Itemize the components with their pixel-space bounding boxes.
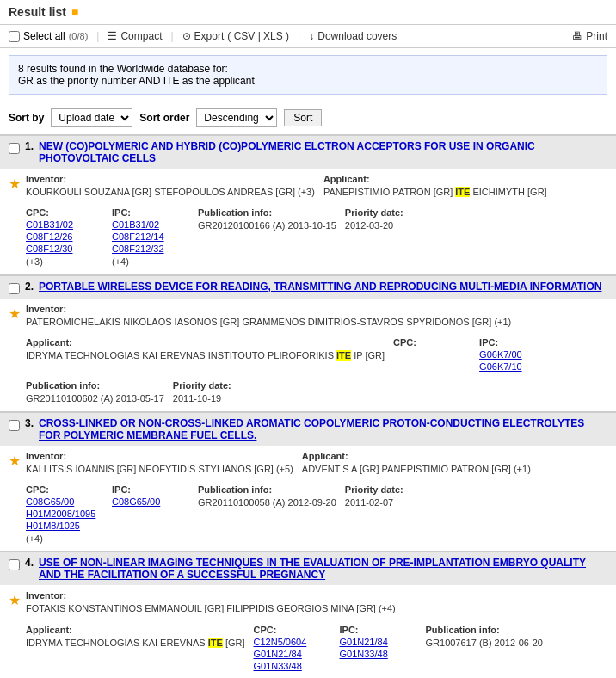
inventor-value: PATEROMICHELAKIS NIKOLAOS IASONOS [GR] G… (26, 316, 511, 329)
cpc-label: CPC: (393, 337, 471, 348)
select-all-checkbox[interactable] (9, 31, 20, 42)
info-line1: 8 results found in the Worldwide databas… (18, 63, 598, 75)
inventor-label: Inventor: (26, 590, 396, 601)
cpc-link[interactable]: G01N33/48 (254, 661, 331, 671)
ipc-more: (+4) (112, 256, 189, 268)
cpc-link[interactable]: H01M2008/1095 (26, 508, 103, 519)
result-title[interactable]: USE OF NON-LINEAR IMAGING TECHNIQUES IN … (39, 557, 607, 581)
result-title[interactable]: CROSS-LINKED OR NON-CROSS-LINKED AROMATI… (39, 417, 607, 441)
ipc-label: IPC: (479, 337, 557, 348)
ipc-link[interactable]: C08F212/32 (112, 243, 189, 254)
select-all-text: Select all (23, 30, 65, 42)
divider1: | (96, 30, 99, 42)
ipc-link[interactable]: C01B31/02 (112, 219, 189, 230)
priority-value: 2011-02-07 (345, 496, 422, 509)
pub-col: Publication info:GR20110100058 (A) 2012-… (198, 484, 336, 545)
cpc-link[interactable]: C01B31/02 (26, 219, 103, 230)
pub-col: Publication info:GR20110100602 (A) 2013-… (26, 380, 164, 405)
priority-value: 2012-03-20 (345, 219, 422, 232)
cpc-label: CPC: (26, 484, 103, 495)
cpc-link[interactable]: G01N21/84 (254, 649, 331, 659)
ipc-col: IPC:C08G65/00 (112, 484, 189, 545)
pub-value: GR20120100166 (A) 2013-10-15 (198, 219, 336, 232)
priority-col: Priority date:2011-02-07 (345, 484, 422, 545)
select-all-label[interactable]: Select all (0/8) (9, 30, 88, 42)
applicant-label: Applicant: (26, 625, 245, 635)
pub-value: GR1007617 (B) 2012-06-20 (426, 637, 543, 650)
inventor-label: Inventor: (26, 304, 511, 314)
result-title[interactable]: NEW (CO)POLYMERIC AND HYBRID (CO)POLYMER… (39, 140, 607, 164)
cpc-link[interactable]: H01M8/1025 (26, 521, 103, 531)
ipc-link[interactable]: G01N21/84 (340, 637, 417, 647)
download-covers-button[interactable]: ↓ Download covers (309, 30, 397, 42)
sort-order-select[interactable]: Descending (196, 108, 277, 127)
cpc-link[interactable]: C08G65/00 (26, 496, 103, 507)
pub-value: GR20110100602 (A) 2013-05-17 (26, 392, 164, 405)
cpc-label: CPC: (26, 207, 103, 218)
cpc-more: (+4) (26, 533, 103, 545)
sort-field-select[interactable]: Upload date (51, 108, 132, 127)
ipc-link[interactable]: G01N33/48 (340, 649, 417, 659)
result-fields: Inventor:KOURKOULI SOUZANA [GR] STEFOPOU… (26, 174, 607, 269)
cpc-col: CPC:C08G65/00H01M2008/1095H01M8/1025(+4) (26, 484, 103, 545)
ipc-link[interactable]: G06K7/10 (479, 361, 557, 372)
result-checkbox[interactable] (9, 283, 20, 294)
result-number: 1. (25, 140, 34, 152)
page-title: Result list (9, 5, 66, 19)
result-body: ★Inventor:KALLITSIS IOANNIS [GR] NEOFYTI… (0, 446, 616, 552)
ipc-link[interactable]: C08G65/00 (112, 496, 189, 507)
star-icon[interactable]: ★ (9, 176, 21, 192)
toolbar: Select all (0/8) | ☰ Compact | ⊙ Export … (0, 25, 616, 48)
result-header: 2.PORTABLE WIRELESS DEVICE FOR READING, … (0, 276, 616, 299)
applicant-label: Applicant: (26, 337, 385, 348)
export-formats: ( CSV | XLS ) (227, 30, 289, 42)
divider3: | (298, 30, 300, 42)
sort-by-label: Sort by (9, 112, 44, 124)
ipc-label: IPC: (112, 484, 189, 495)
cpc-link[interactable]: C08F12/26 (26, 231, 103, 242)
result-item: 3.CROSS-LINKED OR NON-CROSS-LINKED AROMA… (0, 411, 616, 552)
info-box: 8 results found in the Worldwide databas… (9, 55, 607, 95)
inventor-label: Inventor: (26, 174, 315, 184)
download-covers-label: Download covers (317, 30, 397, 42)
inventor-value: KOURKOULI SOUZANA [GR] STEFOPOULOS ANDRE… (26, 186, 315, 199)
cpc-link[interactable]: C08F12/30 (26, 243, 103, 254)
result-checkbox[interactable] (9, 143, 20, 154)
applicant-col: Applicant:PANEPISTIMIO PATRON [GR] ITE E… (323, 174, 547, 199)
ipc-link[interactable]: C08F212/14 (112, 231, 189, 242)
compact-label: Compact (120, 30, 162, 42)
export-icon: ⊙ (182, 30, 191, 42)
print-button[interactable]: 🖶 Print (572, 30, 607, 42)
result-body: ★Inventor:FOTAKIS KONSTANTINOS EMMANOUIL… (0, 585, 616, 678)
divider2: | (170, 30, 173, 42)
ipc-link[interactable]: G06K7/00 (479, 349, 557, 360)
sort-button[interactable]: Sort (284, 109, 322, 126)
result-item: 2.PORTABLE WIRELESS DEVICE FOR READING, … (0, 274, 616, 411)
ipc-label: IPC: (112, 207, 189, 218)
star-icon[interactable]: ★ (9, 453, 21, 469)
pub-label: Publication info: (26, 380, 164, 391)
applicant-col: Applicant:ADVENT S A [GR] PANEPISTIMIO P… (302, 451, 531, 476)
select-all-count: (0/8) (69, 31, 89, 41)
result-checkbox[interactable] (9, 420, 20, 431)
star-icon[interactable]: ★ (9, 305, 21, 322)
result-fields: Inventor:FOTAKIS KONSTANTINOS EMMANOUIL … (26, 590, 607, 678)
cpc-link[interactable]: C12N5/0604 (254, 637, 331, 647)
result-header: 1.NEW (CO)POLYMERIC AND HYBRID (CO)POLYM… (0, 136, 616, 169)
cpc-label: CPC: (254, 625, 331, 635)
pub-col: Publication info:GR20120100166 (A) 2013-… (198, 207, 336, 268)
result-checkbox[interactable] (9, 559, 20, 570)
pub-col: Publication info:GR1007617 (B) 2012-06-2… (426, 625, 543, 671)
result-title[interactable]: PORTABLE WIRELESS DEVICE FOR READING, TR… (39, 280, 601, 293)
pub-label: Publication info: (426, 625, 543, 635)
download-icon: ↓ (309, 30, 314, 42)
compact-button[interactable]: ☰ Compact (108, 30, 162, 42)
print-label: Print (586, 30, 607, 42)
rss-icon[interactable]: ■ (71, 5, 78, 19)
star-icon[interactable]: ★ (9, 592, 21, 608)
pub-value: GR20110100058 (A) 2012-09-20 (198, 496, 336, 509)
results-container: 1.NEW (CO)POLYMERIC AND HYBRID (CO)POLYM… (0, 134, 616, 678)
inventor-label: Inventor: (26, 451, 293, 461)
result-number: 2. (25, 280, 34, 293)
export-button[interactable]: ⊙ Export ( CSV | XLS ) (182, 30, 290, 42)
